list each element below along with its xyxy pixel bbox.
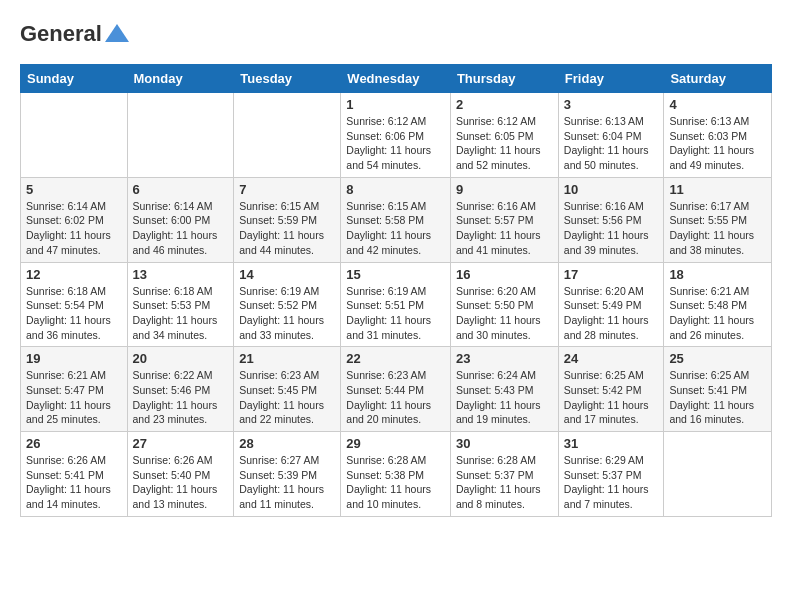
calendar-cell: 12Sunrise: 6:18 AM Sunset: 5:54 PM Dayli… [21,262,128,347]
calendar-week-row: 5Sunrise: 6:14 AM Sunset: 6:02 PM Daylig… [21,177,772,262]
day-info: Sunrise: 6:21 AM Sunset: 5:48 PM Dayligh… [669,284,766,343]
calendar-cell: 21Sunrise: 6:23 AM Sunset: 5:45 PM Dayli… [234,347,341,432]
day-info: Sunrise: 6:18 AM Sunset: 5:53 PM Dayligh… [133,284,229,343]
day-info: Sunrise: 6:19 AM Sunset: 5:51 PM Dayligh… [346,284,445,343]
calendar-cell: 2Sunrise: 6:12 AM Sunset: 6:05 PM Daylig… [450,93,558,178]
calendar-cell: 16Sunrise: 6:20 AM Sunset: 5:50 PM Dayli… [450,262,558,347]
weekday-header-thursday: Thursday [450,65,558,93]
day-number: 22 [346,351,445,366]
day-number: 23 [456,351,553,366]
day-number: 7 [239,182,335,197]
day-number: 28 [239,436,335,451]
day-info: Sunrise: 6:14 AM Sunset: 6:00 PM Dayligh… [133,199,229,258]
calendar-cell: 1Sunrise: 6:12 AM Sunset: 6:06 PM Daylig… [341,93,451,178]
calendar-cell: 11Sunrise: 6:17 AM Sunset: 5:55 PM Dayli… [664,177,772,262]
day-info: Sunrise: 6:17 AM Sunset: 5:55 PM Dayligh… [669,199,766,258]
day-info: Sunrise: 6:21 AM Sunset: 5:47 PM Dayligh… [26,368,122,427]
calendar-cell [234,93,341,178]
weekday-header-sunday: Sunday [21,65,128,93]
day-number: 26 [26,436,122,451]
calendar-header-row: SundayMondayTuesdayWednesdayThursdayFrid… [21,65,772,93]
day-info: Sunrise: 6:15 AM Sunset: 5:59 PM Dayligh… [239,199,335,258]
day-number: 13 [133,267,229,282]
day-number: 10 [564,182,659,197]
day-number: 21 [239,351,335,366]
day-number: 29 [346,436,445,451]
calendar-cell: 7Sunrise: 6:15 AM Sunset: 5:59 PM Daylig… [234,177,341,262]
day-info: Sunrise: 6:26 AM Sunset: 5:41 PM Dayligh… [26,453,122,512]
day-number: 9 [456,182,553,197]
logo-general: General [20,21,102,47]
calendar-cell: 6Sunrise: 6:14 AM Sunset: 6:00 PM Daylig… [127,177,234,262]
logo: General [20,20,134,48]
day-info: Sunrise: 6:13 AM Sunset: 6:04 PM Dayligh… [564,114,659,173]
calendar-cell [21,93,128,178]
weekday-header-wednesday: Wednesday [341,65,451,93]
calendar-cell: 28Sunrise: 6:27 AM Sunset: 5:39 PM Dayli… [234,432,341,517]
day-info: Sunrise: 6:25 AM Sunset: 5:42 PM Dayligh… [564,368,659,427]
page-header: General [20,20,772,48]
calendar-cell: 22Sunrise: 6:23 AM Sunset: 5:44 PM Dayli… [341,347,451,432]
calendar-table: SundayMondayTuesdayWednesdayThursdayFrid… [20,64,772,517]
day-info: Sunrise: 6:15 AM Sunset: 5:58 PM Dayligh… [346,199,445,258]
day-number: 15 [346,267,445,282]
calendar-cell: 23Sunrise: 6:24 AM Sunset: 5:43 PM Dayli… [450,347,558,432]
day-number: 12 [26,267,122,282]
day-number: 1 [346,97,445,112]
day-number: 31 [564,436,659,451]
calendar-week-row: 12Sunrise: 6:18 AM Sunset: 5:54 PM Dayli… [21,262,772,347]
day-info: Sunrise: 6:23 AM Sunset: 5:45 PM Dayligh… [239,368,335,427]
logo-icon [103,20,131,48]
day-info: Sunrise: 6:16 AM Sunset: 5:56 PM Dayligh… [564,199,659,258]
day-number: 11 [669,182,766,197]
day-info: Sunrise: 6:22 AM Sunset: 5:46 PM Dayligh… [133,368,229,427]
day-info: Sunrise: 6:24 AM Sunset: 5:43 PM Dayligh… [456,368,553,427]
calendar-cell: 4Sunrise: 6:13 AM Sunset: 6:03 PM Daylig… [664,93,772,178]
calendar-cell [127,93,234,178]
weekday-header-monday: Monday [127,65,234,93]
day-number: 14 [239,267,335,282]
day-number: 5 [26,182,122,197]
day-number: 6 [133,182,229,197]
calendar-cell [664,432,772,517]
day-info: Sunrise: 6:14 AM Sunset: 6:02 PM Dayligh… [26,199,122,258]
day-number: 30 [456,436,553,451]
calendar-week-row: 1Sunrise: 6:12 AM Sunset: 6:06 PM Daylig… [21,93,772,178]
day-number: 16 [456,267,553,282]
day-number: 25 [669,351,766,366]
day-info: Sunrise: 6:27 AM Sunset: 5:39 PM Dayligh… [239,453,335,512]
day-info: Sunrise: 6:20 AM Sunset: 5:50 PM Dayligh… [456,284,553,343]
calendar-cell: 17Sunrise: 6:20 AM Sunset: 5:49 PM Dayli… [558,262,664,347]
day-number: 27 [133,436,229,451]
calendar-cell: 19Sunrise: 6:21 AM Sunset: 5:47 PM Dayli… [21,347,128,432]
day-number: 24 [564,351,659,366]
calendar-cell: 5Sunrise: 6:14 AM Sunset: 6:02 PM Daylig… [21,177,128,262]
calendar-cell: 25Sunrise: 6:25 AM Sunset: 5:41 PM Dayli… [664,347,772,432]
calendar-cell: 30Sunrise: 6:28 AM Sunset: 5:37 PM Dayli… [450,432,558,517]
weekday-header-tuesday: Tuesday [234,65,341,93]
day-info: Sunrise: 6:29 AM Sunset: 5:37 PM Dayligh… [564,453,659,512]
calendar-cell: 29Sunrise: 6:28 AM Sunset: 5:38 PM Dayli… [341,432,451,517]
calendar-cell: 10Sunrise: 6:16 AM Sunset: 5:56 PM Dayli… [558,177,664,262]
svg-marker-0 [105,24,129,42]
day-info: Sunrise: 6:25 AM Sunset: 5:41 PM Dayligh… [669,368,766,427]
day-number: 17 [564,267,659,282]
calendar-cell: 27Sunrise: 6:26 AM Sunset: 5:40 PM Dayli… [127,432,234,517]
day-info: Sunrise: 6:18 AM Sunset: 5:54 PM Dayligh… [26,284,122,343]
day-number: 18 [669,267,766,282]
day-info: Sunrise: 6:12 AM Sunset: 6:05 PM Dayligh… [456,114,553,173]
calendar-cell: 15Sunrise: 6:19 AM Sunset: 5:51 PM Dayli… [341,262,451,347]
day-info: Sunrise: 6:28 AM Sunset: 5:37 PM Dayligh… [456,453,553,512]
day-info: Sunrise: 6:20 AM Sunset: 5:49 PM Dayligh… [564,284,659,343]
calendar-cell: 14Sunrise: 6:19 AM Sunset: 5:52 PM Dayli… [234,262,341,347]
calendar-cell: 9Sunrise: 6:16 AM Sunset: 5:57 PM Daylig… [450,177,558,262]
calendar-cell: 13Sunrise: 6:18 AM Sunset: 5:53 PM Dayli… [127,262,234,347]
calendar-cell: 3Sunrise: 6:13 AM Sunset: 6:04 PM Daylig… [558,93,664,178]
day-info: Sunrise: 6:28 AM Sunset: 5:38 PM Dayligh… [346,453,445,512]
day-info: Sunrise: 6:26 AM Sunset: 5:40 PM Dayligh… [133,453,229,512]
day-number: 20 [133,351,229,366]
weekday-header-saturday: Saturday [664,65,772,93]
calendar-cell: 31Sunrise: 6:29 AM Sunset: 5:37 PM Dayli… [558,432,664,517]
day-info: Sunrise: 6:12 AM Sunset: 6:06 PM Dayligh… [346,114,445,173]
day-info: Sunrise: 6:13 AM Sunset: 6:03 PM Dayligh… [669,114,766,173]
